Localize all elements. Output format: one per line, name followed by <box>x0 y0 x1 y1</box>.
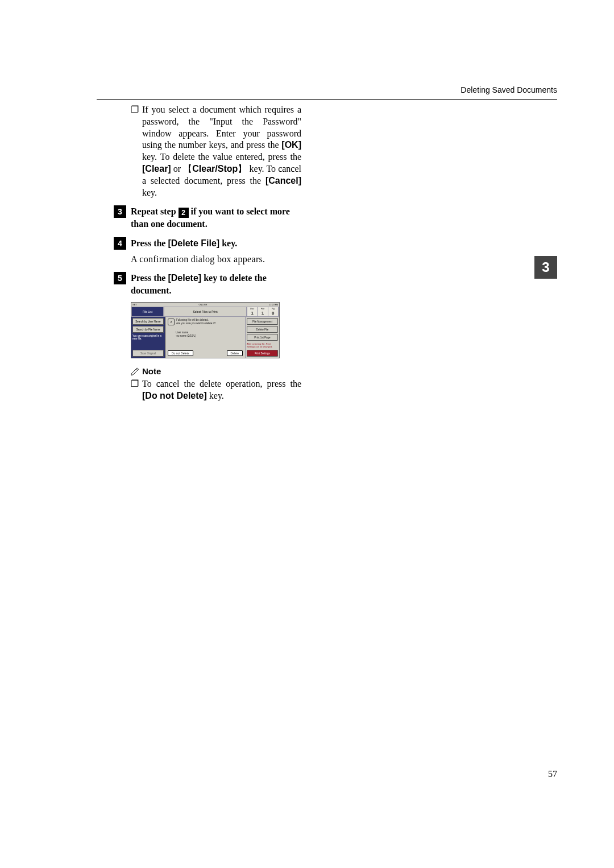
chapter-tab: 3 <box>534 256 557 279</box>
text-run: key. To delete the value entered, press … <box>142 152 301 162</box>
key-do-not-delete: [Do not Delete] <box>142 391 207 400</box>
status-online: ONLINE <box>198 303 207 306</box>
print-first-page-button[interactable]: Print 1st Page <box>247 334 278 341</box>
user-name-value: -no name (2/19/L) <box>176 334 243 338</box>
delete-button[interactable]: Delete <box>227 350 243 356</box>
right-hint: After selecting file, Print Settings can… <box>247 343 278 350</box>
panel-title: Select Files to Print <box>164 307 247 317</box>
pencil-icon <box>131 367 140 375</box>
key-clear-stop: Clear/Stop <box>192 164 238 173</box>
counter-value: 1 <box>258 311 268 316</box>
search-user-button[interactable]: Search by User Name <box>132 318 164 325</box>
left-panel: Search by User Name Search by File Name … <box>131 317 165 358</box>
bullet-symbol: ❐ <box>131 104 142 199</box>
do-not-delete-button[interactable]: Do not Delete <box>168 350 193 356</box>
note-label: Note <box>142 366 161 376</box>
text-run: To cancel the delete operation, press th… <box>142 379 301 388</box>
bullet-symbol: ❐ <box>131 378 142 402</box>
text-run: key. <box>219 238 237 248</box>
text-run: Repeat step <box>131 206 179 216</box>
key-delete: [Delete] <box>168 273 201 283</box>
paragraph-password: If you select a document which requires … <box>142 104 301 199</box>
info-icon: i <box>168 319 175 325</box>
text-run: or <box>171 164 184 173</box>
text-run: Press the <box>131 273 168 283</box>
step-number-4: 4 <box>114 237 126 250</box>
step-4-body: A confirmation dialog box appears. <box>131 253 301 266</box>
file-management-button[interactable]: File Management <box>247 318 278 325</box>
delete-file-button[interactable]: Delete File <box>247 326 278 333</box>
counter-value: 0 <box>268 311 279 316</box>
header-rule <box>97 99 557 100</box>
counter-value: 1 <box>247 311 258 316</box>
step-5: 5 Press the [Delete] key to delete the d… <box>114 272 301 296</box>
text-run: key. <box>142 188 157 197</box>
text-run: Press the <box>131 238 168 248</box>
step-4: 4 Press the [Delete File] key. <box>114 237 301 250</box>
note-heading: Note <box>131 366 301 376</box>
key-ok: [OK] <box>281 140 301 150</box>
search-file-button[interactable]: Search by File Name <box>132 326 164 333</box>
note-text: To cancel the delete operation, press th… <box>142 378 301 402</box>
left-hint: You can scan original in a new file. <box>132 335 164 350</box>
step-number-3: 3 <box>114 205 126 218</box>
device-screenshot: SET ONLINE 11:27AM File List Select File… <box>131 302 280 358</box>
center-panel: i Following file will be deleted. Are yo… <box>165 317 245 358</box>
key-delete-file: [Delete File] <box>168 238 219 248</box>
status-set: SET <box>132 303 137 306</box>
key-clear: [Clear] <box>142 164 171 173</box>
print-settings-button[interactable]: Print Settings <box>247 350 278 357</box>
counter-panel: Doc File Pg 1 1 0 <box>247 307 279 317</box>
step-3: 3 Repeat step 2 if you want to select mo… <box>114 205 301 230</box>
status-time: 11:27AM <box>269 303 278 306</box>
status-bar: SET ONLINE 11:27AM <box>131 303 279 307</box>
right-panel: File Management Delete File Print 1st Pa… <box>245 317 279 358</box>
text-run: key. <box>207 391 224 400</box>
text-run: If you select a document which requires … <box>142 105 301 150</box>
page-number: 57 <box>548 769 557 779</box>
scan-original-button[interactable]: Scan Original <box>132 350 164 357</box>
dialog-line: Are you sure you want to delete it? <box>176 322 215 325</box>
step-ref-2: 2 <box>179 208 189 218</box>
running-header: Deleting Saved Documents <box>97 85 557 94</box>
step-number-5: 5 <box>114 272 126 284</box>
tab-file-list[interactable]: File List <box>131 307 164 317</box>
key-cancel: [Cancel] <box>265 176 301 185</box>
